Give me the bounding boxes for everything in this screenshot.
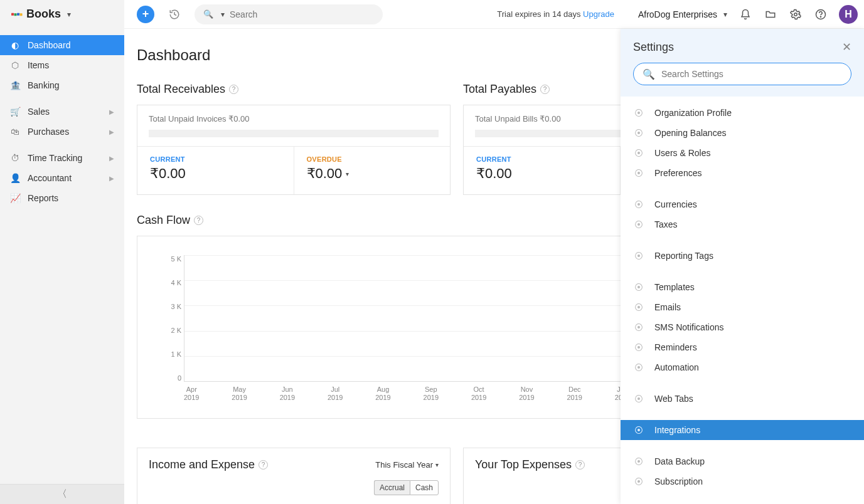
sidebar-item-icon: ⬡ bbox=[10, 60, 20, 70]
gear-icon bbox=[790, 9, 801, 20]
settings-item-data-backup[interactable]: ⦿ Data Backup bbox=[621, 451, 864, 471]
total-receivables-card: Total Receivables ? Total Unpaid Invoice… bbox=[137, 83, 451, 195]
receivables-title: Total Receivables bbox=[137, 83, 225, 96]
sidebar-item-purchases[interactable]: 🛍 Purchases ▶ bbox=[0, 122, 124, 142]
settings-item-organization-profile[interactable]: ⦿ Organization Profile bbox=[621, 103, 864, 123]
sidebar-item-accountant[interactable]: 👤 Accountant ▶ bbox=[0, 168, 124, 188]
settings-item-label: Web Tabs bbox=[654, 394, 693, 404]
receivables-progress-bar bbox=[149, 130, 439, 137]
settings-item-icon: ⦿ bbox=[633, 476, 644, 486]
receivables-overdue-dropdown[interactable]: ₹0.00 ▾ bbox=[307, 165, 438, 182]
sidebar-item-items[interactable]: ⬡ Items bbox=[0, 55, 124, 75]
settings-item-icon: ⦿ bbox=[633, 394, 644, 404]
global-search[interactable]: 🔍 ▾ bbox=[195, 4, 383, 24]
organization-switcher[interactable]: AfroDog Enterprises ▾ bbox=[638, 9, 727, 19]
settings-item-label: Automation bbox=[654, 362, 699, 372]
settings-search[interactable]: 🔍 bbox=[633, 63, 851, 85]
cash-button[interactable]: Cash bbox=[410, 480, 439, 495]
sidebar-item-icon: 📈 bbox=[10, 193, 20, 203]
settings-item-label: Reporting Tags bbox=[654, 251, 713, 261]
global-search-input[interactable] bbox=[230, 9, 374, 19]
receivables-overdue-label: OVERDUE bbox=[307, 155, 438, 163]
svg-rect-2 bbox=[17, 13, 19, 15]
y-tick: 2 K bbox=[156, 327, 181, 334]
x-tick: Nov2019 bbox=[519, 386, 534, 411]
sidebar-item-icon: ⏱ bbox=[10, 153, 20, 163]
sidebar-item-label: Accountant bbox=[28, 173, 72, 183]
settings-item-subscription[interactable]: ⦿ Subscription bbox=[621, 471, 864, 491]
help-icon[interactable]: ? bbox=[540, 85, 550, 94]
search-icon: 🔍 bbox=[643, 68, 655, 80]
receivables-overdue-value: ₹0.00 bbox=[307, 165, 343, 182]
sidebar-item-label: Reports bbox=[28, 193, 58, 203]
settings-item-templates[interactable]: ⦿ Templates bbox=[621, 277, 864, 297]
help-icon[interactable]: ? bbox=[194, 216, 203, 225]
quick-add-button[interactable]: + bbox=[137, 6, 154, 23]
svg-point-6 bbox=[820, 16, 821, 17]
upgrade-link[interactable]: Upgrade bbox=[583, 9, 614, 19]
svg-point-4 bbox=[794, 13, 797, 16]
search-scope-dropdown-icon[interactable]: ▾ bbox=[221, 10, 225, 19]
settings-item-preferences[interactable]: ⦿ Preferences bbox=[621, 163, 864, 183]
settings-item-sms-notifications[interactable]: ⦿ SMS Notifications bbox=[621, 317, 864, 337]
sidebar-collapse-button[interactable]: 〈 bbox=[0, 484, 124, 504]
settings-item-currencies[interactable]: ⦿ Currencies bbox=[621, 194, 864, 214]
settings-item-reporting-tags[interactable]: ⦿ Reporting Tags bbox=[621, 246, 864, 266]
settings-item-users-roles[interactable]: ⦿ Users & Roles bbox=[621, 143, 864, 163]
avatar[interactable]: H bbox=[839, 5, 858, 24]
help-icon[interactable]: ? bbox=[259, 460, 268, 470]
chevron-down-icon: ▾ bbox=[723, 10, 727, 19]
documents-button[interactable] bbox=[764, 8, 777, 21]
settings-search-input[interactable] bbox=[661, 69, 842, 79]
header: Books ▾ + 🔍 ▾ Trial expires in 14 days U… bbox=[0, 0, 864, 29]
sidebar-item-reports[interactable]: 📈 Reports bbox=[0, 188, 124, 208]
x-tick: Jul2019 bbox=[328, 386, 343, 411]
fiscal-year-select[interactable]: This Fiscal Year ▾ bbox=[375, 460, 439, 470]
payables-title: Total Payables bbox=[463, 83, 536, 96]
settings-item-icon: ⦿ bbox=[633, 456, 644, 466]
brand-switcher[interactable]: Books ▾ bbox=[0, 0, 124, 29]
history-icon bbox=[169, 9, 180, 20]
history-button[interactable] bbox=[166, 6, 183, 23]
svg-rect-3 bbox=[20, 13, 23, 16]
organization-name: AfroDog Enterprises bbox=[638, 9, 717, 19]
settings-item-label: Users & Roles bbox=[654, 148, 710, 158]
receivables-current-value: ₹0.00 bbox=[150, 165, 281, 182]
settings-item-emails[interactable]: ⦿ Emails bbox=[621, 297, 864, 317]
folder-icon bbox=[765, 9, 776, 20]
settings-item-reminders[interactable]: ⦿ Reminders bbox=[621, 337, 864, 357]
close-button[interactable]: ✕ bbox=[842, 40, 851, 54]
accrual-button[interactable]: Accrual bbox=[374, 480, 410, 495]
settings-item-web-tabs[interactable]: ⦿ Web Tabs bbox=[621, 389, 864, 409]
x-tick: Dec2019 bbox=[567, 386, 582, 411]
settings-item-icon: ⦿ bbox=[633, 322, 644, 332]
settings-item-taxes[interactable]: ⦿ Taxes bbox=[621, 214, 864, 234]
payables-current-label: CURRENT bbox=[476, 155, 607, 163]
settings-item-integrations[interactable]: ⦿ Integrations bbox=[621, 420, 864, 440]
settings-item-opening-balances[interactable]: ⦿ Opening Balances bbox=[621, 123, 864, 143]
settings-item-automation[interactable]: ⦿ Automation bbox=[621, 357, 864, 377]
help-icon[interactable]: ? bbox=[575, 460, 585, 470]
income-expense-card: Income and Expense ? This Fiscal Year ▾ … bbox=[137, 448, 451, 504]
help-icon bbox=[815, 9, 826, 20]
brand-books-text: Books bbox=[26, 8, 61, 21]
sidebar-item-banking[interactable]: 🏦 Banking bbox=[0, 75, 124, 95]
sidebar-item-time-tracking[interactable]: ⏱ Time Tracking ▶ bbox=[0, 148, 124, 168]
settings-item-icon: ⦿ bbox=[633, 199, 644, 209]
x-tick: Apr2019 bbox=[184, 386, 199, 411]
settings-item-label: Currencies bbox=[654, 199, 697, 209]
help-icon[interactable]: ? bbox=[229, 85, 238, 94]
settings-item-icon: ⦿ bbox=[633, 362, 644, 372]
settings-button[interactable] bbox=[789, 8, 803, 21]
trial-status: Trial expires in 14 days Upgrade bbox=[497, 9, 614, 19]
basis-toggle: AccrualCash bbox=[149, 480, 439, 495]
notifications-button[interactable] bbox=[739, 8, 752, 21]
sidebar-item-icon: 🛍 bbox=[10, 127, 20, 137]
sidebar-item-sales[interactable]: 🛒 Sales ▶ bbox=[0, 102, 124, 122]
sidebar-item-dashboard[interactable]: ◐ Dashboard bbox=[0, 35, 124, 55]
help-button[interactable] bbox=[814, 8, 828, 21]
x-tick: Sep2019 bbox=[424, 386, 439, 411]
settings-item-label: Templates bbox=[654, 282, 695, 292]
x-tick: Jun2019 bbox=[280, 386, 295, 411]
chevron-left-icon: 〈 bbox=[57, 488, 67, 501]
